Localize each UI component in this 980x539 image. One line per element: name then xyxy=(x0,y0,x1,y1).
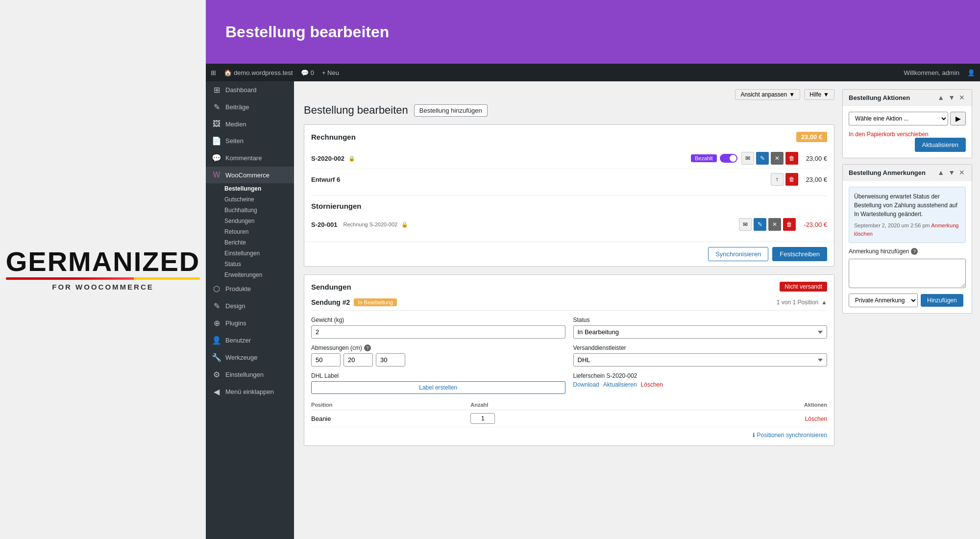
dim1-input[interactable] xyxy=(311,353,341,367)
sidebar-item-woocommerce[interactable]: W WooCommerce xyxy=(206,167,294,183)
dimensions-help-icon[interactable]: ? xyxy=(364,344,371,351)
note-textarea[interactable] xyxy=(849,259,966,288)
status-group: Status In Bearbeitung xyxy=(573,317,828,339)
new-link[interactable]: + Neu xyxy=(322,69,339,76)
sidebar-sub-erweiterungen[interactable]: Erweiterungen xyxy=(206,270,294,280)
anmerkungen-close-btn[interactable]: ✕ xyxy=(958,169,966,176)
aktualisieren-link[interactable]: Aktualisieren xyxy=(603,381,637,388)
sidebar-item-seiten[interactable]: 📄 Seiten xyxy=(206,132,294,149)
email-btn-1[interactable]: ✉ xyxy=(741,152,754,165)
qty-input[interactable] xyxy=(470,413,495,424)
note-type-select[interactable]: Private Anmerkung xyxy=(849,294,918,307)
plugins-icon: ⊕ xyxy=(212,318,221,328)
lieferschein-group: Lieferschein S-2020-002 Download Aktuali… xyxy=(573,372,828,394)
sidebar-sub-buchhaltung[interactable]: Buchhaltung xyxy=(206,205,294,216)
aktionen-up-btn[interactable]: ▲ xyxy=(936,94,945,101)
storno-edit-btn[interactable]: ✎ xyxy=(754,218,766,231)
festschreiben-button[interactable]: Festschreiben xyxy=(772,247,827,261)
home-link[interactable]: 🏠 demo.wordpress.test xyxy=(224,69,293,76)
hilfe-chevron-icon: ▼ xyxy=(823,91,829,98)
dimensions-label: Abmessungen (cm) ? xyxy=(311,344,565,351)
table-row: Beanie Löschen xyxy=(311,410,827,427)
sidebar-item-werkzeuge[interactable]: 🔧 Werkzeuge xyxy=(206,349,294,366)
sidebar-item-benutzer[interactable]: 👤 Benutzer xyxy=(206,332,294,349)
anmerkungen-up-btn[interactable]: ▲ xyxy=(936,169,945,176)
woocommerce-icon: W xyxy=(212,171,221,179)
bezahlt-toggle[interactable] xyxy=(720,154,737,163)
label-erstellen-button[interactable]: Label erstellen xyxy=(311,381,565,394)
sidebar-sub-gutscheine[interactable]: Gutscheine xyxy=(206,194,294,205)
col-position: Position xyxy=(311,400,470,410)
sidebar-item-plugins[interactable]: ⊕ Plugins xyxy=(206,315,294,332)
sidebar-item-beitraege[interactable]: ✎ Beiträge xyxy=(206,98,294,116)
sidebar-sub-bestellungen[interactable]: Bestellungen xyxy=(206,183,294,194)
action-select[interactable]: Wähle eine Aktion ... xyxy=(849,112,948,125)
sidebar-sub-einstellungen[interactable]: Einstellungen xyxy=(206,248,294,259)
bestellung-anmerkungen-body: Überweisung erwartet Status der Bestellu… xyxy=(843,181,972,313)
loeschen-link[interactable]: Löschen xyxy=(641,381,663,388)
sidebar-item-design[interactable]: ✎ Design xyxy=(206,297,294,315)
cancel-btn-1[interactable]: ✕ xyxy=(771,152,784,165)
page-header: Bestellung bearbeiten Bestellung hinzufü… xyxy=(304,104,834,117)
ansicht-anpassen-button[interactable]: Ansicht anpassen ▼ xyxy=(735,89,800,100)
action-go-button[interactable]: ▶ xyxy=(950,112,966,125)
aktualisieren-button[interactable]: Aktualisieren xyxy=(915,138,966,152)
comments-link[interactable]: 💬 0 xyxy=(301,69,314,76)
dimensions-group: Abmessungen (cm) ? xyxy=(311,344,565,367)
rechnungen-title: Rechnungen xyxy=(311,133,356,141)
storno-cancel-btn[interactable]: ✕ xyxy=(768,218,781,231)
admin-avatar[interactable]: 👤 xyxy=(967,69,975,76)
aktionen-close-btn[interactable]: ✕ xyxy=(958,94,966,101)
add-note-help-icon[interactable]: ? xyxy=(911,248,918,255)
sidebar-item-einstellungen2[interactable]: ⚙ Einstellungen xyxy=(206,366,294,383)
draft-delete-btn[interactable]: 🗑 xyxy=(785,173,798,186)
welcome-text: Willkommen, admin xyxy=(904,69,959,76)
hinzufuegen-button[interactable]: Hinzufügen xyxy=(921,294,963,307)
carrier-select[interactable]: DHL xyxy=(573,353,828,367)
storno-price-1: -23,00 € xyxy=(804,221,827,228)
status-select[interactable]: In Bearbeitung xyxy=(573,325,828,339)
sidebar-sub-sendungen[interactable]: Sendungen xyxy=(206,216,294,226)
dim2-input[interactable] xyxy=(343,353,373,367)
sidebar-sub-retouren[interactable]: Retouren xyxy=(206,226,294,237)
synchronisieren-button[interactable]: Synchronisieren xyxy=(708,247,768,261)
hilfe-button[interactable]: Hilfe ▼ xyxy=(804,89,834,100)
carrier-group: Versanddienstleister DHL xyxy=(573,344,828,367)
bestellung-anmerkungen-header: Bestellung Anmerkungen ▲ ▼ ✕ xyxy=(843,165,972,181)
sidebar-item-collapse[interactable]: ◀ Menü einklappen xyxy=(206,383,294,400)
dhl-label-title: DHL Label xyxy=(311,372,565,379)
edit-btn-1[interactable]: ✎ xyxy=(756,152,769,165)
collapse-icon: ◀ xyxy=(212,387,221,396)
label-section: DHL Label Label erstellen Lieferschein S… xyxy=(311,372,827,394)
dim3-input[interactable] xyxy=(376,353,405,367)
bestellung-hinzufuegen-button[interactable]: Bestellung hinzufügen xyxy=(414,104,488,117)
sidebar-item-kommentare[interactable]: 💬 Kommentare xyxy=(206,149,294,167)
sendung-number: Sendung #2 xyxy=(311,298,350,306)
download-link[interactable]: Download xyxy=(573,381,599,388)
anmerkungen-meta-controls: ▲ ▼ ✕ xyxy=(936,169,966,176)
aktionen-down-btn[interactable]: ▼ xyxy=(947,94,956,101)
anmerkungen-down-btn[interactable]: ▼ xyxy=(947,169,956,176)
add-note-label-container: Anmerkung hinzufügen ? xyxy=(849,248,966,255)
weight-input[interactable] xyxy=(311,325,565,339)
wp-logo[interactable]: ⊞ xyxy=(211,69,216,76)
expand-icon[interactable]: ▲ xyxy=(821,299,827,306)
draft-arrow-btn[interactable]: ↑ xyxy=(771,173,784,186)
storno-delete-btn[interactable]: 🗑 xyxy=(783,218,796,231)
rechnungen-section: Rechnungen 23,00 € S-2020-002 🔒 Bezahlt xyxy=(304,125,834,242)
sidebar-sub-status[interactable]: Status xyxy=(206,259,294,270)
sendung-item-1: Sendung #2 In Bearbeitung 1 von 1 Positi… xyxy=(311,298,827,439)
delete-btn-1[interactable]: 🗑 xyxy=(785,152,798,165)
positionen-sync-link[interactable]: ℹ Positionen synchronisieren xyxy=(753,432,827,439)
sidebar-item-medien[interactable]: 🖼 Medien xyxy=(206,116,294,132)
sidebar-item-dashboard[interactable]: ⊞ Dashboard xyxy=(206,81,294,98)
invoice-row-1: S-2020-002 🔒 Bezahlt ✉ ✎ xyxy=(311,148,827,169)
sidebar-item-produkte[interactable]: ⬡ Produkte xyxy=(206,280,294,297)
sidebar-sub-berichte[interactable]: Berichte xyxy=(206,237,294,248)
bestellung-anmerkungen-title: Bestellung Anmerkungen xyxy=(849,169,926,176)
note-meta-1: September 2, 2020 um 2:56 pm Anmerkung l… xyxy=(854,221,960,238)
pos-loeschen-link[interactable]: Löschen xyxy=(805,416,827,422)
storno-email-btn[interactable]: ✉ xyxy=(739,218,752,231)
trash-link[interactable]: In den Papierkorb verschieben xyxy=(849,131,929,138)
positions-table: Position Anzahl Aktionen Beanie xyxy=(311,400,827,427)
